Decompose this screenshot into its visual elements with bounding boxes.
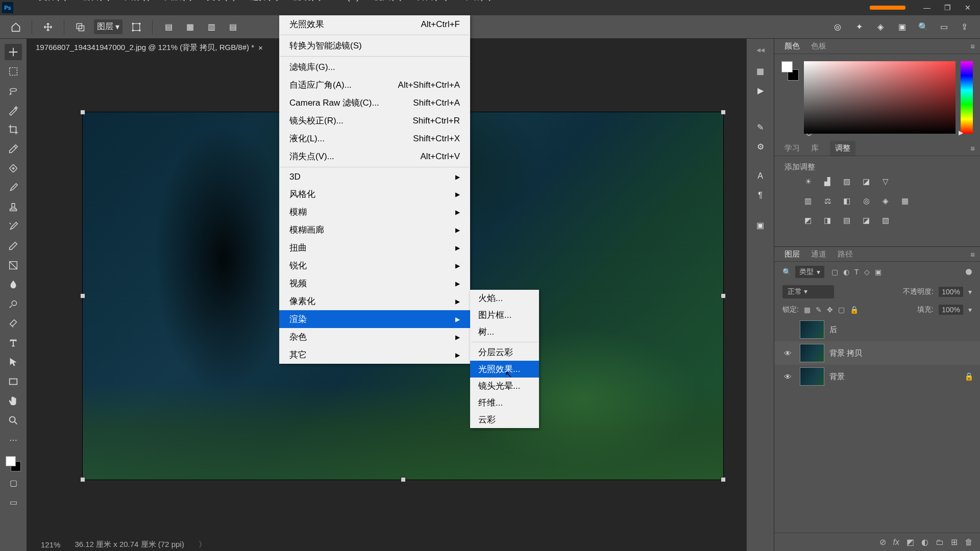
cc-home-tab[interactable] <box>870 6 905 10</box>
menu-view[interactable]: 视图(V) <box>366 0 410 4</box>
blur-tool[interactable] <box>5 277 22 293</box>
visibility-toggle[interactable]: 👁 <box>780 349 795 358</box>
history-panel-icon[interactable]: ▦ <box>752 64 769 78</box>
submenu-diff-clouds[interactable]: 分层云彩 <box>470 344 539 361</box>
move-tool-icon[interactable] <box>40 19 56 35</box>
brush-tool[interactable] <box>5 180 22 196</box>
screenmode-tool[interactable]: ▭ <box>5 494 22 510</box>
actions-panel-icon[interactable]: ▶ <box>752 83 769 97</box>
filter-kind[interactable]: 类型 ▾ <box>795 266 824 278</box>
panel-menu-icon[interactable]: ≡ <box>970 42 980 51</box>
char-panel-icon[interactable]: A <box>752 169 769 183</box>
bal-icon[interactable]: ⚖ <box>821 195 834 207</box>
close-button[interactable]: ✕ <box>964 4 972 12</box>
path-select-tool[interactable] <box>5 354 22 370</box>
menu-noise[interactable]: 杂色▶ <box>279 328 470 346</box>
curves-icon[interactable]: ▨ <box>841 176 853 187</box>
layer-thumbnail[interactable] <box>800 367 824 386</box>
maximize-button[interactable]: ❐ <box>943 4 951 12</box>
menu-video[interactable]: 视频▶ <box>279 274 470 292</box>
lock-all-icon[interactable]: 🔒 <box>850 306 859 314</box>
vibrance-icon[interactable]: ▽ <box>879 176 892 187</box>
dodge-tool[interactable] <box>5 296 22 312</box>
filter-type-icon[interactable]: T <box>854 268 859 276</box>
layer-item[interactable]: 后 <box>774 318 980 341</box>
tab-swatches[interactable]: 色板 <box>811 41 826 51</box>
lock-pos-icon[interactable]: ✥ <box>827 306 833 314</box>
transform-handle[interactable] <box>721 477 726 482</box>
minimize-button[interactable]: — <box>923 4 931 12</box>
submenu-fibers[interactable]: 纤维... <box>470 394 539 411</box>
layer-thumbnail[interactable] <box>800 344 824 362</box>
transform-handle[interactable] <box>80 293 85 298</box>
exposure-icon[interactable]: ◪ <box>860 176 872 187</box>
close-tab-icon[interactable]: × <box>258 43 263 52</box>
filter-shape-icon[interactable]: ◇ <box>864 268 870 276</box>
invert-icon[interactable]: ◩ <box>802 215 814 226</box>
home-icon[interactable] <box>8 19 23 35</box>
foreground-swatch[interactable] <box>6 456 16 466</box>
fill-input[interactable]: 100% <box>939 305 963 315</box>
submenu-picture-frame[interactable]: 图片框... <box>470 307 539 323</box>
history-brush-tool[interactable] <box>5 218 22 235</box>
tab-learn[interactable]: 学习 <box>785 143 800 153</box>
menu-render[interactable]: 渲染▶ <box>279 310 470 328</box>
3d-mode-icon[interactable]: ◎ <box>830 19 845 35</box>
edit-toolbar[interactable]: ⋯ <box>5 432 22 448</box>
menu-3d[interactable]: 3D▶ <box>279 169 470 185</box>
3d-panel-icon[interactable]: ▣ <box>752 218 769 232</box>
menu-3d[interactable]: 3D(D) <box>329 0 366 4</box>
menu-vanishing[interactable]: 消失点(V)...Alt+Ctrl+V <box>279 147 470 165</box>
gradient-tool[interactable] <box>5 257 22 273</box>
menu-camera-raw[interactable]: Camera Raw 滤镜(C)...Shift+Ctrl+A <box>279 94 470 112</box>
fx-icon[interactable]: fx <box>893 538 899 547</box>
menu-stylize[interactable]: 风格化▶ <box>279 185 470 203</box>
zoom-tool[interactable] <box>5 412 22 429</box>
filter-toggle[interactable] <box>966 269 972 275</box>
menu-blur[interactable]: 模糊▶ <box>279 203 470 221</box>
stamp-tool[interactable] <box>5 199 22 215</box>
para-panel-icon[interactable]: ¶ <box>752 188 769 203</box>
mixer-icon[interactable]: ◈ <box>879 195 892 207</box>
menu-distort[interactable]: 扭曲▶ <box>279 239 470 257</box>
move-tool[interactable] <box>5 44 22 60</box>
link-layers-icon[interactable]: ⊘ <box>879 537 886 547</box>
menu-type[interactable]: 文字(Y) <box>200 0 243 4</box>
menu-window[interactable]: 窗口(W) <box>409 0 455 4</box>
new-layer-icon[interactable]: ⊞ <box>951 537 958 547</box>
lookup-icon[interactable]: ▦ <box>899 195 911 207</box>
filter-adjust-icon[interactable]: ◐ <box>843 268 849 276</box>
tab-layers[interactable]: 图层 <box>785 249 800 259</box>
opacity-input[interactable]: 100% <box>939 287 963 297</box>
hue-icon[interactable]: ▥ <box>802 195 814 207</box>
rectangle-tool[interactable] <box>5 373 22 390</box>
transform-handle[interactable] <box>721 110 726 115</box>
lasso-tool[interactable] <box>5 83 22 99</box>
marquee-tool[interactable] <box>5 63 22 80</box>
menu-blur-gallery[interactable]: 模糊画廊▶ <box>279 221 470 239</box>
bw-icon[interactable]: ◧ <box>841 195 853 207</box>
menu-adaptive-wide[interactable]: 自适应广角(A)...Alt+Shift+Ctrl+A <box>279 76 470 94</box>
gradmap-icon[interactable]: ◪ <box>860 215 872 226</box>
crop-tool[interactable] <box>5 121 22 138</box>
menu-edit[interactable]: 编辑(E) <box>75 0 118 4</box>
brush-panel-icon[interactable]: ✎ <box>752 120 769 134</box>
expand-panels-icon[interactable]: ◂◂ <box>756 43 765 59</box>
menu-lens-correct[interactable]: 镜头校正(R)...Shift+Ctrl+R <box>279 112 470 130</box>
tab-adjustments[interactable]: 调整 <box>830 141 855 156</box>
menu-filter[interactable]: 滤镜(T) <box>286 0 329 4</box>
lock-pixels-icon[interactable]: ▦ <box>804 306 811 314</box>
mask-icon[interactable]: ◩ <box>906 537 914 547</box>
panel-menu-icon[interactable]: ≡ <box>970 250 980 259</box>
transform-handle[interactable] <box>721 293 726 298</box>
selcolor-icon[interactable]: ▧ <box>879 215 892 226</box>
menu-pixelate[interactable]: 像素化▶ <box>279 292 470 310</box>
menu-liquify[interactable]: 液化(L)...Shift+Ctrl+X <box>279 130 470 147</box>
menu-image[interactable]: 图像(I) <box>117 0 157 4</box>
status-more-icon[interactable]: 〉 <box>199 540 206 549</box>
eraser-tool[interactable] <box>5 238 22 254</box>
menu-sharpen[interactable]: 锐化▶ <box>279 257 470 274</box>
layer-item[interactable]: 👁 背景 🔒 <box>774 365 980 388</box>
color-field[interactable] <box>804 61 955 134</box>
share-icon[interactable]: ⇪ <box>957 19 972 35</box>
